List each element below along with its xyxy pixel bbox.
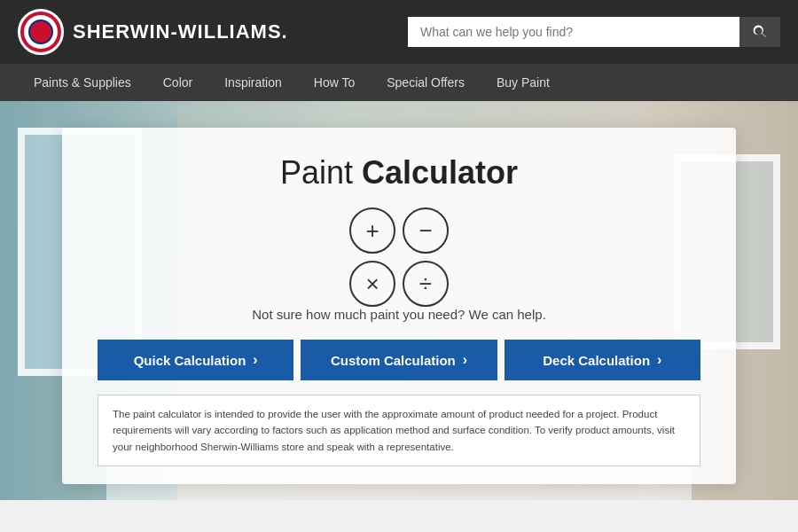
search-icon	[752, 24, 768, 40]
minus-icon-circle: −	[403, 207, 449, 254]
calculator-buttons: Quick Calculation › Custom Calculation ›…	[98, 340, 700, 380]
quick-calculation-button[interactable]: Quick Calculation ›	[98, 340, 293, 380]
multiply-icon-circle: ×	[349, 261, 395, 307]
nav-item-color[interactable]: Color	[147, 64, 208, 101]
nav-item-inspiration[interactable]: Inspiration	[208, 64, 298, 101]
calc-icons-bottom-row: × ÷	[349, 261, 449, 307]
disclaimer-box: The paint calculator is intended to prov…	[98, 395, 700, 466]
plus-icon-circle: +	[349, 207, 395, 254]
calc-icons-top-row: + −	[349, 207, 449, 254]
custom-calculation-button[interactable]: Custom Calculation ›	[301, 340, 497, 380]
brand-name: Sherwin-Williams.	[73, 20, 288, 43]
nav-item-special-offers[interactable]: Special Offers	[371, 64, 481, 101]
logo-core	[28, 20, 53, 44]
deck-calc-chevron: ›	[657, 352, 661, 368]
card-subtitle: Not sure how much paint you need? We can…	[98, 307, 700, 322]
nav-item-paints-supplies[interactable]: Paints & Supplies	[18, 64, 147, 101]
card-title: Paint Calculator	[98, 154, 700, 192]
deck-calculation-button[interactable]: Deck Calculation ›	[505, 340, 700, 380]
nav-item-how-to[interactable]: How To	[298, 64, 371, 101]
hero-section: Paint Calculator + − × ÷ Not sure how m	[0, 101, 798, 500]
search-input[interactable]	[408, 17, 739, 47]
disclaimer-text: The paint calculator is intended to prov…	[113, 406, 685, 455]
main-nav: Paints & Supplies Color Inspiration How …	[0, 64, 798, 101]
search-bar	[408, 17, 780, 47]
quick-calc-chevron: ›	[253, 352, 257, 368]
custom-calc-chevron: ›	[463, 352, 467, 368]
brand-logo-icon	[18, 9, 64, 55]
nav-item-buy-paint[interactable]: Buy Paint	[481, 64, 566, 101]
logo-area: Sherwin-Williams.	[18, 9, 288, 55]
divide-icon-circle: ÷	[403, 261, 449, 307]
calculator-icons: + − × ÷	[98, 207, 700, 307]
search-button[interactable]	[739, 17, 780, 47]
logo-inner	[24, 15, 58, 49]
header: Sherwin-Williams.	[0, 0, 798, 64]
paint-calculator-card: Paint Calculator + − × ÷ Not sure how m	[62, 128, 736, 484]
